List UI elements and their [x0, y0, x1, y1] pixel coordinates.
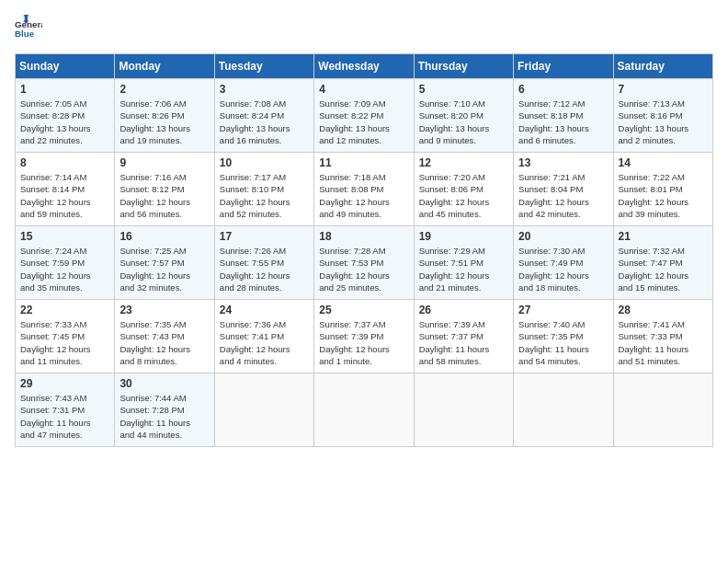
cell-content: Sunrise: 7:36 AMSunset: 7:41 PMDaylight:…	[220, 318, 309, 367]
logo-icon: General Blue	[15, 15, 42, 42]
col-header-saturday: Saturday	[613, 54, 712, 79]
cell-content: Sunrise: 7:21 AMSunset: 8:04 PMDaylight:…	[518, 171, 608, 220]
calendar-cell: 10Sunrise: 7:17 AMSunset: 8:10 PMDayligh…	[214, 153, 313, 226]
cell-content: Sunrise: 7:20 AMSunset: 8:06 PMDaylight:…	[419, 171, 508, 220]
cell-content: Sunrise: 7:35 AMSunset: 7:43 PMDaylight:…	[119, 318, 209, 367]
calendar-cell: 7Sunrise: 7:13 AMSunset: 8:16 PMDaylight…	[613, 79, 712, 153]
day-number: 2	[119, 83, 209, 96]
col-header-wednesday: Wednesday	[314, 54, 414, 79]
calendar-cell: 4Sunrise: 7:09 AMSunset: 8:22 PMDaylight…	[314, 79, 414, 153]
calendar-cell	[314, 373, 414, 447]
calendar-cell: 29Sunrise: 7:43 AMSunset: 7:31 PMDayligh…	[16, 373, 115, 447]
calendar-cell	[613, 373, 712, 447]
col-header-thursday: Thursday	[414, 54, 513, 79]
logo: General Blue	[15, 15, 46, 42]
col-header-sunday: Sunday	[16, 54, 115, 79]
col-header-friday: Friday	[514, 54, 613, 79]
day-number: 21	[619, 230, 708, 243]
day-number: 4	[319, 83, 408, 96]
calendar-cell	[214, 373, 313, 447]
cell-content: Sunrise: 7:44 AMSunset: 7:28 PMDaylight:…	[119, 392, 209, 441]
day-number: 10	[220, 156, 309, 169]
cell-content: Sunrise: 7:28 AMSunset: 7:53 PMDaylight:…	[319, 245, 408, 293]
calendar-cell: 14Sunrise: 7:22 AMSunset: 8:01 PMDayligh…	[613, 153, 712, 226]
cell-content: Sunrise: 7:25 AMSunset: 7:57 PMDaylight:…	[119, 245, 209, 293]
calendar-cell: 26Sunrise: 7:39 AMSunset: 7:37 PMDayligh…	[414, 300, 513, 373]
cell-content: Sunrise: 7:30 AMSunset: 7:49 PMDaylight:…	[518, 245, 608, 293]
calendar-cell: 1Sunrise: 7:05 AMSunset: 8:28 PMDaylight…	[16, 79, 115, 153]
cell-content: Sunrise: 7:17 AMSunset: 8:10 PMDaylight:…	[220, 171, 309, 220]
cell-content: Sunrise: 7:18 AMSunset: 8:08 PMDaylight:…	[319, 171, 408, 220]
calendar-cell: 9Sunrise: 7:16 AMSunset: 8:12 PMDaylight…	[115, 153, 214, 226]
day-number: 24	[220, 304, 309, 316]
day-number: 11	[319, 156, 408, 169]
day-number: 20	[518, 230, 608, 243]
cell-content: Sunrise: 7:32 AMSunset: 7:47 PMDaylight:…	[619, 245, 708, 293]
cell-content: Sunrise: 7:09 AMSunset: 8:22 PMDaylight:…	[319, 98, 408, 146]
calendar-cell: 21Sunrise: 7:32 AMSunset: 7:47 PMDayligh…	[613, 226, 712, 300]
calendar-cell: 8Sunrise: 7:14 AMSunset: 8:14 PMDaylight…	[16, 153, 115, 226]
calendar-header-row: SundayMondayTuesdayWednesdayThursdayFrid…	[16, 54, 713, 79]
calendar-cell: 30Sunrise: 7:44 AMSunset: 7:28 PMDayligh…	[115, 373, 214, 447]
day-number: 12	[419, 156, 508, 169]
day-number: 1	[20, 83, 109, 96]
day-number: 8	[20, 156, 109, 169]
cell-content: Sunrise: 7:43 AMSunset: 7:31 PMDaylight:…	[20, 392, 109, 441]
calendar-week-row: 15Sunrise: 7:24 AMSunset: 7:59 PMDayligh…	[16, 226, 713, 300]
svg-text:Blue: Blue	[15, 29, 35, 39]
calendar-week-row: 1Sunrise: 7:05 AMSunset: 8:28 PMDaylight…	[16, 79, 713, 153]
day-number: 26	[419, 304, 508, 316]
cell-content: Sunrise: 7:12 AMSunset: 8:18 PMDaylight:…	[518, 98, 608, 146]
calendar-cell: 3Sunrise: 7:08 AMSunset: 8:24 PMDaylight…	[214, 79, 313, 153]
calendar-cell: 25Sunrise: 7:37 AMSunset: 7:39 PMDayligh…	[314, 300, 414, 373]
calendar-cell: 20Sunrise: 7:30 AMSunset: 7:49 PMDayligh…	[514, 226, 613, 300]
day-number: 3	[220, 83, 309, 96]
day-number: 13	[518, 156, 608, 169]
cell-content: Sunrise: 7:29 AMSunset: 7:51 PMDaylight:…	[419, 245, 508, 293]
day-number: 25	[319, 304, 408, 316]
day-number: 23	[119, 304, 209, 316]
day-number: 16	[119, 230, 209, 243]
calendar-cell: 18Sunrise: 7:28 AMSunset: 7:53 PMDayligh…	[314, 226, 414, 300]
day-number: 7	[619, 83, 708, 96]
cell-content: Sunrise: 7:16 AMSunset: 8:12 PMDaylight:…	[119, 171, 209, 220]
day-number: 18	[319, 230, 408, 243]
svg-text:General: General	[15, 19, 42, 29]
col-header-tuesday: Tuesday	[214, 54, 313, 79]
page-header: General Blue	[15, 15, 713, 42]
day-number: 22	[20, 304, 109, 316]
day-number: 19	[419, 230, 508, 243]
calendar-cell: 22Sunrise: 7:33 AMSunset: 7:45 PMDayligh…	[16, 300, 115, 373]
day-number: 15	[20, 230, 109, 243]
calendar-cell: 11Sunrise: 7:18 AMSunset: 8:08 PMDayligh…	[314, 153, 414, 226]
calendar-cell: 16Sunrise: 7:25 AMSunset: 7:57 PMDayligh…	[115, 226, 214, 300]
calendar-cell: 5Sunrise: 7:10 AMSunset: 8:20 PMDaylight…	[414, 79, 513, 153]
cell-content: Sunrise: 7:33 AMSunset: 7:45 PMDaylight:…	[20, 318, 109, 367]
calendar-week-row: 22Sunrise: 7:33 AMSunset: 7:45 PMDayligh…	[16, 300, 713, 373]
calendar-cell: 2Sunrise: 7:06 AMSunset: 8:26 PMDaylight…	[115, 79, 214, 153]
cell-content: Sunrise: 7:26 AMSunset: 7:55 PMDaylight:…	[220, 245, 309, 293]
cell-content: Sunrise: 7:40 AMSunset: 7:35 PMDaylight:…	[518, 318, 608, 367]
cell-content: Sunrise: 7:06 AMSunset: 8:26 PMDaylight:…	[119, 98, 209, 146]
day-number: 17	[220, 230, 309, 243]
cell-content: Sunrise: 7:10 AMSunset: 8:20 PMDaylight:…	[419, 98, 508, 146]
day-number: 5	[419, 83, 508, 96]
cell-content: Sunrise: 7:05 AMSunset: 8:28 PMDaylight:…	[20, 98, 109, 146]
cell-content: Sunrise: 7:08 AMSunset: 8:24 PMDaylight:…	[220, 98, 309, 146]
day-number: 30	[119, 377, 209, 390]
day-number: 9	[119, 156, 209, 169]
col-header-monday: Monday	[115, 54, 214, 79]
calendar-cell	[514, 373, 613, 447]
cell-content: Sunrise: 7:22 AMSunset: 8:01 PMDaylight:…	[619, 171, 708, 220]
day-number: 29	[20, 377, 109, 390]
cell-content: Sunrise: 7:41 AMSunset: 7:33 PMDaylight:…	[619, 318, 708, 367]
cell-content: Sunrise: 7:24 AMSunset: 7:59 PMDaylight:…	[20, 245, 109, 293]
calendar-cell: 6Sunrise: 7:12 AMSunset: 8:18 PMDaylight…	[514, 79, 613, 153]
day-number: 6	[518, 83, 608, 96]
calendar-cell: 12Sunrise: 7:20 AMSunset: 8:06 PMDayligh…	[414, 153, 513, 226]
cell-content: Sunrise: 7:39 AMSunset: 7:37 PMDaylight:…	[419, 318, 508, 367]
calendar-cell: 24Sunrise: 7:36 AMSunset: 7:41 PMDayligh…	[214, 300, 313, 373]
calendar-cell: 19Sunrise: 7:29 AMSunset: 7:51 PMDayligh…	[414, 226, 513, 300]
day-number: 14	[619, 156, 708, 169]
cell-content: Sunrise: 7:37 AMSunset: 7:39 PMDaylight:…	[319, 318, 408, 367]
